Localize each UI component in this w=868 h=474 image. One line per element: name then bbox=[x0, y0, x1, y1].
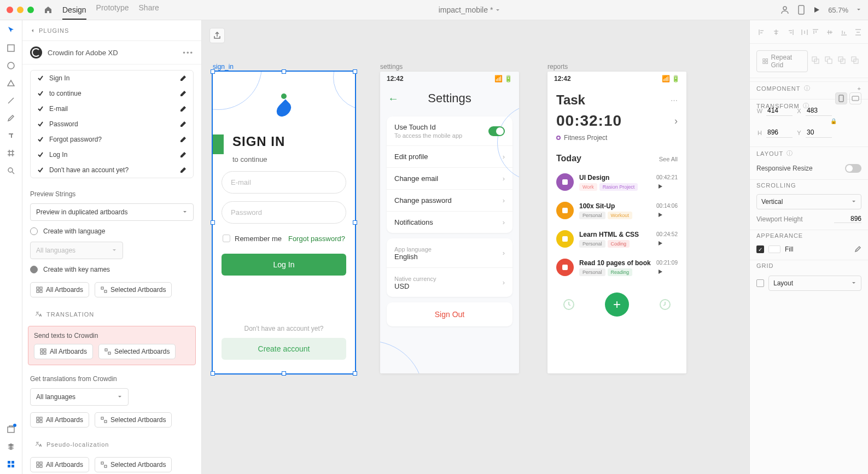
height-field[interactable] bbox=[766, 127, 793, 138]
touchid-row[interactable]: Use Touch IdTo access the mobile app bbox=[387, 116, 512, 145]
pseudo-all-artboards-button[interactable]: All Artboards bbox=[30, 457, 89, 472]
login-button[interactable]: Log In bbox=[222, 254, 346, 276]
zoom-tool-icon[interactable] bbox=[7, 167, 15, 174]
play-icon[interactable] bbox=[656, 268, 678, 276]
info-icon[interactable]: ⓘ bbox=[787, 149, 793, 157]
more-icon[interactable]: ⋯ bbox=[671, 96, 678, 104]
get-all-artboards-button[interactable]: All Artboards bbox=[30, 412, 89, 428]
chevron-down-icon[interactable] bbox=[856, 7, 861, 13]
width-field[interactable] bbox=[766, 106, 793, 116]
notifications-row[interactable]: Notifications› bbox=[387, 211, 512, 233]
edit-profile-row[interactable]: Edit profile› bbox=[387, 145, 512, 167]
document-title[interactable]: impact_mobile * bbox=[159, 5, 780, 14]
libraries-icon[interactable] bbox=[7, 425, 15, 434]
align-center-v-icon[interactable] bbox=[824, 27, 835, 38]
align-left-icon[interactable] bbox=[756, 27, 767, 38]
artboard-tool-icon[interactable] bbox=[7, 149, 15, 157]
info-icon[interactable]: ⓘ bbox=[804, 84, 811, 92]
touchid-toggle[interactable] bbox=[488, 126, 505, 136]
send-all-artboards-button[interactable]: All Artboards bbox=[34, 344, 93, 359]
circle-tool-icon[interactable] bbox=[7, 62, 15, 69]
triangle-tool-icon[interactable] bbox=[7, 79, 15, 87]
string-row[interactable]: Forgot password? bbox=[31, 132, 193, 147]
portrait-icon[interactable] bbox=[835, 92, 847, 104]
repeat-grid-button[interactable]: Repeat Grid bbox=[756, 50, 808, 72]
align-top-icon[interactable] bbox=[810, 27, 821, 38]
artboard-label-reports[interactable]: reports bbox=[547, 63, 568, 71]
string-row[interactable]: E-mail bbox=[31, 101, 193, 116]
get-language-select[interactable]: All languages bbox=[30, 388, 129, 406]
artboard-label-signin[interactable]: sign_in bbox=[213, 63, 234, 71]
add-component-icon[interactable]: + bbox=[858, 85, 861, 92]
device-icon[interactable] bbox=[797, 5, 805, 15]
see-all-link[interactable]: See All bbox=[659, 156, 678, 162]
y-field[interactable] bbox=[806, 127, 832, 138]
scrolling-select[interactable]: Vertical bbox=[756, 194, 861, 209]
tab-prototype[interactable]: Prototype bbox=[96, 3, 129, 16]
responsive-toggle[interactable] bbox=[845, 164, 861, 173]
string-row[interactable]: Sign In bbox=[31, 71, 193, 86]
boolean-intersect-icon[interactable] bbox=[837, 56, 848, 67]
export-icon[interactable] bbox=[209, 28, 225, 43]
plugins-header[interactable]: PLUGINS bbox=[22, 20, 201, 41]
task-item[interactable]: 100x Sit-UpPersonalWorkout00:14:06 bbox=[547, 196, 686, 225]
x-field[interactable] bbox=[806, 106, 832, 116]
task-item[interactable]: UI DesignWorkRasion Project00:42:21 bbox=[547, 168, 686, 196]
language-select[interactable]: All languages bbox=[30, 242, 123, 259]
project-row[interactable]: Fitness Project bbox=[547, 132, 686, 149]
clock-icon[interactable] bbox=[562, 298, 575, 311]
lock-aspect-icon[interactable]: 🔒 bbox=[799, 118, 868, 124]
tab-design[interactable]: Design bbox=[62, 5, 86, 20]
home-icon[interactable] bbox=[44, 5, 53, 14]
align-bottom-icon[interactable] bbox=[838, 27, 849, 38]
align-center-h-icon[interactable] bbox=[771, 27, 782, 38]
back-icon[interactable]: ← bbox=[388, 92, 399, 105]
selected-artboards-button[interactable]: Selected Artboards bbox=[95, 282, 172, 297]
chevron-right-icon[interactable]: › bbox=[674, 115, 678, 127]
fill-checkbox[interactable]: ✓ bbox=[756, 245, 764, 253]
pseudo-selected-artboards-button[interactable]: Selected Artboards bbox=[95, 457, 172, 472]
preview-select[interactable]: Preview in duplicated artboards bbox=[30, 203, 194, 221]
create-account-button[interactable]: Create account bbox=[222, 338, 346, 360]
window-controls[interactable] bbox=[7, 7, 34, 13]
task-item[interactable]: Read 10 pages of bookPersonalReading00:2… bbox=[547, 253, 686, 282]
viewport-height-field[interactable] bbox=[834, 215, 861, 223]
artboard-signin[interactable]: SIGN INto continue E-mail Password Remem… bbox=[213, 72, 355, 373]
line-tool-icon[interactable] bbox=[7, 97, 15, 104]
artboard-reports[interactable]: 12:42📶 🔋 Task⋯ 00:32:10› Fitness Project… bbox=[547, 72, 686, 373]
change-password-row[interactable]: Change password› bbox=[387, 189, 512, 211]
grid-checkbox[interactable] bbox=[756, 279, 764, 287]
task-item[interactable]: Learn HTML & CSSPersonalCoding00:24:52 bbox=[547, 225, 686, 253]
boolean-subtract-icon[interactable] bbox=[824, 56, 835, 67]
rectangle-tool-icon[interactable] bbox=[7, 44, 15, 52]
plugin-more-icon[interactable]: ••• bbox=[183, 49, 194, 57]
string-row[interactable]: Don't have an account yet? bbox=[31, 162, 193, 178]
distribute-h-icon[interactable] bbox=[799, 27, 810, 38]
add-fab-button[interactable]: + bbox=[605, 292, 629, 317]
tab-share[interactable]: Share bbox=[139, 3, 159, 16]
change-email-row[interactable]: Change email› bbox=[387, 167, 512, 189]
fill-swatch[interactable] bbox=[768, 245, 780, 253]
canvas[interactable]: sign_in SIGN INto continue E-mail Passwo… bbox=[202, 20, 749, 474]
history-icon[interactable] bbox=[659, 298, 672, 311]
play-icon[interactable] bbox=[656, 239, 678, 247]
layers-icon[interactable] bbox=[7, 442, 15, 451]
play-icon[interactable] bbox=[813, 6, 820, 14]
email-input[interactable]: E-mail bbox=[222, 171, 346, 194]
zoom-level[interactable]: 65.7% bbox=[828, 6, 848, 14]
all-artboards-button[interactable]: All Artboards bbox=[30, 282, 89, 297]
get-selected-artboards-button[interactable]: Selected Artboards bbox=[95, 412, 172, 428]
eyedropper-icon[interactable] bbox=[854, 245, 861, 253]
remember-me-checkbox[interactable]: Remember me bbox=[223, 235, 282, 243]
currency-row[interactable]: Native currencyUSD› bbox=[387, 267, 512, 297]
app-language-row[interactable]: App languageEnglish› bbox=[387, 238, 512, 267]
string-row[interactable]: Password bbox=[31, 116, 193, 132]
distribute-v-icon[interactable] bbox=[853, 27, 864, 38]
boolean-union-icon[interactable] bbox=[811, 56, 822, 67]
select-tool-icon[interactable] bbox=[7, 26, 15, 34]
artboard-settings[interactable]: 12:42📶 🔋 ←Settings Use Touch IdTo access… bbox=[380, 72, 519, 373]
artboard-label-settings[interactable]: settings bbox=[380, 63, 403, 71]
user-icon[interactable] bbox=[780, 5, 790, 15]
create-with-language-radio[interactable]: Create with language bbox=[22, 223, 201, 239]
landscape-icon[interactable] bbox=[849, 92, 861, 104]
